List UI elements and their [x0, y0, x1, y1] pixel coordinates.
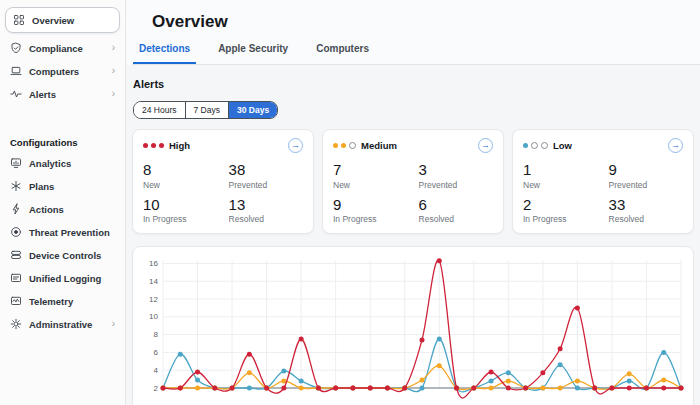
content-area: Alerts 24 Hours7 Days30 Days High→8New38…	[126, 65, 700, 405]
severity-dot	[541, 142, 548, 149]
sidebar-item-overview[interactable]: Overview	[5, 7, 120, 33]
alerts-chart-card: 246810121416 HighMediumLowInformational	[132, 246, 694, 405]
stat-value: 6	[419, 197, 493, 214]
severity-dot	[159, 143, 164, 148]
severity-dot	[333, 143, 338, 148]
sidebar-item-unified-logging[interactable]: Unified Logging	[0, 267, 125, 289]
stat-in-progress: 2In Progress	[523, 197, 609, 225]
card-header: Low→	[523, 138, 683, 153]
stat-label: Resolved	[229, 214, 303, 224]
sidebar-item-label: Adminstrative	[29, 319, 92, 330]
stat-new: 7New	[333, 162, 419, 190]
severity-label: High	[169, 140, 190, 151]
stat-value: 9	[333, 197, 419, 214]
sidebar-main-group: OverviewCompliance›Computers›Alerts›	[0, 7, 125, 105]
shield-icon	[10, 42, 22, 54]
time-filter-30-days[interactable]: 30 Days	[229, 102, 277, 118]
stat-value: 2	[523, 197, 609, 214]
severity-dots	[523, 142, 548, 149]
stat-label: Resolved	[419, 214, 493, 224]
sidebar-item-label: Compliance	[29, 43, 83, 54]
sidebar-item-label: Threat Prevention	[29, 227, 110, 238]
card-stats: 7New3Prevented9In Progress6Resolved	[333, 162, 493, 224]
stat-label: In Progress	[523, 214, 609, 224]
time-filter-7-days[interactable]: 7 Days	[186, 102, 229, 118]
tab-bar: DetectionsApple SecurityComputers	[132, 43, 700, 65]
sidebar-item-actions[interactable]: Actions	[0, 198, 125, 220]
svg-text:12: 12	[149, 295, 158, 304]
stat-resolved: 6Resolved	[419, 197, 493, 225]
tab-apple-security[interactable]: Apple Security	[212, 43, 294, 64]
severity-cards: High→8New38Prevented10In Progress13Resol…	[132, 129, 694, 234]
severity-dot	[143, 143, 148, 148]
pulse-icon	[10, 88, 22, 100]
time-filter-24-hours[interactable]: 24 Hours	[134, 102, 186, 118]
sidebar-item-device-controls[interactable]: Device Controls	[0, 244, 125, 266]
alerts-line-chart: 246810121416	[141, 256, 685, 405]
sidebar-item-threat-prevention[interactable]: Threat Prevention	[0, 221, 125, 243]
stat-value: 7	[333, 162, 419, 179]
stat-resolved: 13Resolved	[229, 197, 303, 225]
sidebar-item-plans[interactable]: Plans	[0, 175, 125, 197]
sidebar-item-label: Telemetry	[29, 296, 73, 307]
sidebar-item-compliance[interactable]: Compliance›	[0, 37, 125, 59]
sidebar-item-label: Device Controls	[29, 250, 101, 261]
sidebar-item-analytics[interactable]: Analytics	[0, 152, 125, 174]
severity-label: Low	[553, 140, 572, 151]
stat-resolved: 33Resolved	[609, 197, 683, 225]
app-root: OverviewCompliance›Computers›Alerts› Con…	[0, 0, 700, 405]
sidebar: OverviewCompliance›Computers›Alerts› Con…	[0, 0, 126, 405]
card-header: High→	[143, 138, 303, 153]
stat-label: Resolved	[609, 214, 683, 224]
stat-label: New	[333, 180, 419, 190]
stat-value: 9	[609, 162, 683, 179]
time-range-segmented-control: 24 Hours7 Days30 Days	[133, 101, 278, 119]
go-to-arrow-icon[interactable]: →	[668, 138, 683, 153]
severity-dots	[143, 143, 164, 148]
svg-text:6: 6	[154, 348, 159, 357]
stat-label: New	[143, 180, 229, 190]
stat-prevented: 38Prevented	[229, 162, 303, 190]
svg-text:16: 16	[149, 259, 158, 268]
chevron-right-icon: ›	[112, 319, 115, 329]
severity-card-high: High→8New38Prevented10In Progress13Resol…	[132, 129, 314, 234]
stat-label: In Progress	[143, 214, 229, 224]
severity-dot	[531, 142, 538, 149]
tab-detections[interactable]: Detections	[133, 43, 196, 64]
svg-text:4: 4	[154, 366, 159, 375]
severity-dot	[523, 143, 528, 148]
sidebar-item-computers[interactable]: Computers›	[0, 60, 125, 82]
page-header: Overview DetectionsApple SecurityCompute…	[126, 0, 700, 65]
tab-computers[interactable]: Computers	[310, 43, 375, 64]
go-to-arrow-icon[interactable]: →	[478, 138, 493, 153]
sidebar-item-alerts[interactable]: Alerts›	[0, 83, 125, 105]
telemetry-icon	[10, 295, 22, 307]
bolt-icon	[10, 203, 22, 215]
sidebar-section-configurations: Configurations	[0, 129, 125, 151]
stat-label: In Progress	[333, 214, 419, 224]
stat-in-progress: 10In Progress	[143, 197, 229, 225]
sidebar-config-group: AnalyticsPlansActionsThreat PreventionDe…	[0, 152, 125, 335]
sidebar-item-label: Plans	[29, 181, 54, 192]
severity-dot	[151, 143, 156, 148]
log-icon	[10, 272, 22, 284]
svg-text:8: 8	[154, 330, 159, 339]
sidebar-item-label: Unified Logging	[29, 273, 101, 284]
severity-card-low: Low→1New9Prevented2In Progress33Resolved	[512, 129, 694, 234]
sidebar-item-telemetry[interactable]: Telemetry	[0, 290, 125, 312]
card-stats: 8New38Prevented10In Progress13Resolved	[143, 162, 303, 224]
stat-label: Prevented	[229, 180, 303, 190]
stat-value: 3	[419, 162, 493, 179]
gear-icon	[10, 318, 22, 330]
stat-value: 8	[143, 162, 229, 179]
stat-value: 33	[609, 197, 683, 214]
stat-value: 38	[229, 162, 303, 179]
analytics-icon	[10, 157, 22, 169]
sidebar-item-adminstrative[interactable]: Adminstrative›	[0, 313, 125, 335]
stat-new: 1New	[523, 162, 609, 190]
target-icon	[10, 226, 22, 238]
main-area: Overview DetectionsApple SecurityCompute…	[126, 0, 700, 405]
go-to-arrow-icon[interactable]: →	[288, 138, 303, 153]
stack-icon	[10, 249, 22, 261]
severity-dot	[341, 143, 346, 148]
